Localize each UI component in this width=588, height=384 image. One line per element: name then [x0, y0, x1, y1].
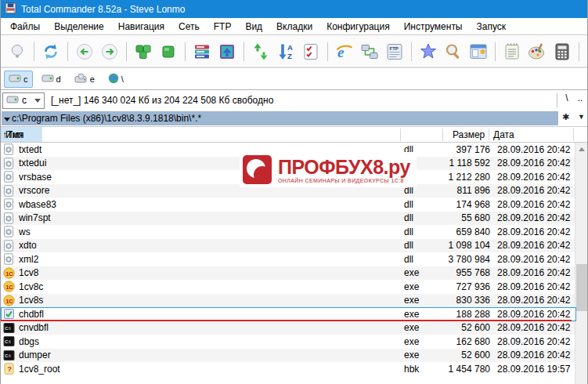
favorites-star-icon: [418, 42, 438, 62]
goto-parent-button[interactable]: ..: [575, 92, 586, 103]
file-date: 28.09.2016 20:42: [492, 226, 576, 237]
column-divider[interactable]: [573, 129, 574, 141]
toolbar-group: [133, 42, 179, 62]
chevron-down-icon: [34, 99, 41, 103]
back-button[interactable]: [74, 42, 95, 62]
file-row-win7spt[interactable]: win7sptdll55 68028.09.2016 20:42: [1, 212, 576, 226]
drive-button-network[interactable]: \: [103, 71, 128, 88]
column-header-size[interactable]: Размер: [453, 129, 485, 140]
file-name: 1cv8_root: [19, 364, 404, 375]
menu-item-7[interactable]: Вкладки: [269, 19, 319, 34]
dll-file-icon: [3, 253, 19, 265]
file-row-dbgs[interactable]: C:\dbgsexe162 68028.09.2016 20:42: [1, 335, 576, 349]
column-header-name[interactable]: Имя: [5, 129, 23, 140]
refresh-icon: [41, 42, 61, 62]
verify-checklist-button[interactable]: [301, 42, 321, 62]
drive-button-c[interactable]: c: [4, 71, 33, 88]
file-name: 1cv8: [19, 267, 404, 278]
file-row-wbase83[interactable]: wbase83dll174 96828.09.2016 20:42: [1, 197, 576, 212]
hdd-icon: [41, 74, 54, 85]
file-date: 28.09.2016 20:42: [492, 199, 576, 210]
goto-root-button[interactable]: \: [561, 92, 572, 103]
menu-item-1[interactable]: Файлы: [3, 19, 47, 34]
scroll-up-button[interactable]: [575, 143, 587, 156]
svg-text:A: A: [287, 43, 293, 52]
file-row-ws[interactable]: wsdll659 84028.09.2016 20:42: [1, 225, 576, 239]
drive-label: e: [90, 74, 95, 84]
file-date: 28.09.2016 20:42: [492, 144, 576, 155]
file-type: dll: [404, 212, 443, 223]
drive-button-d[interactable]: d: [37, 71, 66, 88]
pack-cubes-button[interactable]: [133, 42, 153, 62]
color-palette-button[interactable]: [527, 42, 547, 62]
drive-button-e[interactable]: e: [70, 71, 99, 88]
toolbar-group: eFTP: [334, 42, 405, 62]
onec-file-icon: 1С: [3, 267, 19, 279]
file-date: 28.09.2016 20:42: [492, 336, 576, 347]
column-divider[interactable]: [442, 129, 443, 141]
folder-panels-button[interactable]: [468, 42, 489, 62]
menu-item-4[interactable]: Сеть: [171, 19, 207, 34]
ftp-connect-button[interactable]: FTP: [384, 42, 405, 62]
toolbar-divider: [411, 42, 412, 61]
column-divider[interactable]: [489, 129, 489, 141]
drive-info-row: c [_нет_] 146 340 024 Кб из 204 224 508 …: [1, 89, 587, 110]
archive-books-button[interactable]: [192, 42, 212, 62]
search-button[interactable]: [443, 42, 464, 62]
menu-item-6[interactable]: Вид: [238, 19, 269, 34]
column-header-date[interactable]: Дата: [493, 129, 514, 140]
toolbar-group: [418, 42, 489, 62]
file-name: xdto: [19, 240, 404, 251]
network-neighborhood-button[interactable]: [359, 42, 380, 62]
forward-button[interactable]: [99, 42, 120, 62]
file-row-cnvdbfl[interactable]: C:\cnvdbflexe52 60028.09.2016 20:42: [1, 321, 576, 335]
sort-updown-icon: [251, 42, 271, 62]
scrollbar-thumb[interactable]: [576, 264, 587, 311]
menu-item-9[interactable]: Инструменты: [397, 19, 470, 34]
path-favorites-button[interactable]: ✱: [562, 112, 569, 122]
file-date: 28.09.2016 20:42: [492, 267, 576, 278]
favorites-star-button[interactable]: [418, 42, 438, 62]
file-row-dumper[interactable]: C:\dumperexe52 60028.09.2016 20:42: [1, 349, 576, 363]
refresh-button[interactable]: [41, 42, 61, 62]
scrollbar[interactable]: [575, 143, 587, 384]
svg-text:C:\: C:\: [5, 326, 11, 331]
toolbar-group: [74, 42, 120, 62]
cd-icon: [74, 73, 88, 85]
lightbulb-button[interactable]: [7, 42, 27, 62]
file-size: 830 336: [443, 295, 492, 306]
file-row-1cv8s[interactable]: 1С1cv8sexe830 33628.09.2016 20:42: [1, 294, 576, 308]
browser-ie-button[interactable]: e: [334, 42, 355, 62]
notepad-icon: [502, 42, 522, 62]
file-row-1cv8[interactable]: 1С1cv8exe955 76828.09.2016 20:42: [1, 266, 576, 281]
forward-icon: [99, 42, 120, 62]
archive-extract-icon: [217, 42, 237, 62]
menu-item-3[interactable]: Навигация: [111, 19, 171, 34]
sort-updown-button[interactable]: [251, 42, 271, 62]
file-row-xdto[interactable]: xdtodll1 098 10428.09.2016 20:42: [1, 239, 576, 253]
file-row-1cv8c[interactable]: 1С1cv8cexe727 93628.09.2016 20:42: [1, 280, 576, 294]
pack-cube-button[interactable]: [158, 42, 179, 62]
notepad-button[interactable]: [502, 42, 522, 62]
file-name: ws: [19, 226, 404, 237]
calculator-icon: [552, 42, 572, 62]
column-divider[interactable]: [400, 129, 401, 141]
file-row-xml2[interactable]: xml2dll3 780 98428.09.2016 20:42: [1, 252, 576, 266]
annotation-red-underline: [1, 320, 572, 321]
menu-item-8[interactable]: Конфигурация: [319, 19, 397, 34]
file-row-1cv8_root[interactable]: ?1cv8_roothbk1 454 78028.09.2016 19:57: [1, 362, 576, 376]
sort-az-button[interactable]: AZ: [276, 42, 296, 62]
calculator-button[interactable]: [552, 42, 572, 62]
menu-item-2[interactable]: Выделение: [47, 19, 111, 34]
current-path: c:\Program Files (x86)\1cv8\8.3.9.1818\b…: [12, 113, 201, 124]
archive-extract-button[interactable]: [217, 42, 237, 62]
drive-combobox[interactable]: c: [2, 92, 45, 109]
file-row-chdbfl[interactable]: chdbflexe188 28828.09.2016 20:42: [1, 307, 576, 321]
profbuh-logo-icon: [243, 155, 272, 184]
menu-item-5[interactable]: FTP: [207, 19, 239, 34]
current-path-bar[interactable]: c:\Program Files (x86)\1cv8\8.3.9.1818\b…: [2, 111, 558, 125]
path-history-button[interactable]: ▼: [578, 113, 585, 121]
dll-file-icon: [3, 143, 19, 155]
menu-item-10[interactable]: Запуск: [470, 19, 514, 34]
toolbar-divider: [185, 42, 186, 61]
